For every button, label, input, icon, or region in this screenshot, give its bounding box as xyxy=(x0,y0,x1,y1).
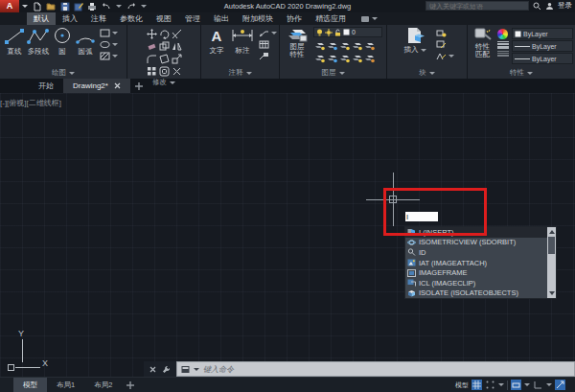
drawing-canvas[interactable]: [-][俯视][二维线框] I (INSERT) ISOMETRICVIEW (… xyxy=(0,93,575,377)
layers-panel-footer[interactable]: 图层 xyxy=(280,67,386,79)
scale-tool[interactable] xyxy=(171,53,183,65)
ellipse-tool[interactable] xyxy=(100,40,118,49)
ribbon-tab-annotate[interactable]: 注释 xyxy=(84,12,113,25)
autocomplete-item-id[interactable]: ID xyxy=(405,247,547,258)
layer-tool[interactable] xyxy=(351,39,363,52)
file-tab-drawing2[interactable]: Drawing2* xyxy=(63,79,130,93)
layer-tool[interactable] xyxy=(326,39,338,52)
layer-tool[interactable] xyxy=(363,39,376,52)
new-drawing-tab-button[interactable] xyxy=(132,79,146,93)
undo-chevron-icon[interactable] xyxy=(116,5,122,8)
stretch-tool[interactable] xyxy=(158,53,171,65)
ribbon-tab-collaborate[interactable]: 协作 xyxy=(280,12,309,25)
autocad-logo-icon[interactable]: A xyxy=(0,0,19,12)
ribbon-tab-featured-apps[interactable]: 精选应用 xyxy=(309,12,353,25)
annotation-panel-footer[interactable]: 注释 xyxy=(201,67,279,79)
layer-properties-button[interactable]: 图层 特性 xyxy=(283,27,311,67)
ribbon-tab-insert[interactable]: 插入 xyxy=(56,12,84,25)
insert-block-button[interactable]: 插入 xyxy=(401,27,429,67)
leader-tool[interactable] xyxy=(259,29,277,37)
ribbon-tab-view[interactable]: 视图 xyxy=(150,12,178,25)
layout-tab-layout2[interactable]: 布局2 xyxy=(84,378,122,392)
hatch-tool[interactable] xyxy=(100,52,118,60)
scroll-up-icon[interactable] xyxy=(549,230,555,234)
edit-attribute-tool[interactable] xyxy=(436,40,454,49)
help-search-input[interactable] xyxy=(426,1,529,11)
layout-tab-layout1[interactable]: 布局1 xyxy=(47,378,84,392)
plot-icon[interactable] xyxy=(87,2,97,12)
dimension-tool[interactable]: 标注 xyxy=(229,27,256,67)
match-properties-button[interactable]: 特性 匹配 xyxy=(471,27,494,67)
redo-icon[interactable] xyxy=(126,2,137,12)
text-tool[interactable]: A 文字 xyxy=(204,27,229,67)
line-tool[interactable]: 直线 xyxy=(3,27,26,67)
undo-icon[interactable] xyxy=(101,2,112,12)
ribbon-display-toggle[interactable] xyxy=(360,12,378,25)
mleader-style-tool[interactable] xyxy=(259,52,277,60)
lineweight-icon[interactable] xyxy=(497,41,509,49)
draw-panel-footer[interactable]: 绘图 xyxy=(0,67,126,79)
recent-commands-chevron-icon[interactable] xyxy=(194,368,199,371)
rotate-tool[interactable] xyxy=(158,28,171,40)
close-tab-icon[interactable] xyxy=(114,82,121,89)
grid-display-toggle[interactable] xyxy=(472,380,482,390)
copy-tool[interactable] xyxy=(158,40,171,53)
layer-tool[interactable] xyxy=(351,52,363,64)
user-icon[interactable] xyxy=(545,2,554,11)
define-attribute-tool[interactable] xyxy=(436,52,454,60)
object-color-dropdown[interactable]: ByLayer xyxy=(512,28,573,39)
layout-tab-model[interactable]: 模型 xyxy=(13,378,47,392)
app-menu-chevron-icon[interactable] xyxy=(22,5,28,8)
rectangle-tool[interactable] xyxy=(100,29,118,37)
autocomplete-scrollbar[interactable] xyxy=(547,227,556,298)
create-block-tool[interactable] xyxy=(436,29,454,37)
ortho-chevron-icon[interactable] xyxy=(546,383,552,386)
layer-tool[interactable] xyxy=(313,39,326,52)
ribbon-tab-parametric[interactable]: 参数化 xyxy=(113,12,150,25)
autocomplete-item-imageattach[interactable]: IAT (IMAGEATTACH) xyxy=(405,258,547,268)
dynamic-input-toggle[interactable] xyxy=(511,380,521,390)
command-input[interactable]: 键入命令 xyxy=(176,361,575,377)
qat-customize-chevron-icon[interactable] xyxy=(141,5,147,8)
save-as-icon[interactable] xyxy=(74,2,83,12)
lineweight-dropdown[interactable]: ByLayer xyxy=(512,40,573,52)
circle-tool[interactable]: 圆 xyxy=(51,27,74,67)
layer-tool[interactable] xyxy=(338,52,351,64)
offset-tool[interactable] xyxy=(158,65,171,78)
move-tool[interactable] xyxy=(146,28,158,40)
new-layout-button[interactable] xyxy=(124,378,137,392)
properties-panel-footer[interactable]: 特性 xyxy=(468,67,575,79)
new-file-icon[interactable] xyxy=(33,2,42,12)
close-command-icon[interactable] xyxy=(150,366,156,373)
layer-dropdown[interactable]: 0 xyxy=(313,27,382,37)
search-icon[interactable] xyxy=(533,2,541,11)
file-tab-start[interactable]: 开始 xyxy=(29,79,63,93)
ribbon-tab-addins[interactable]: 附加模块 xyxy=(236,12,280,25)
autocomplete-item-isometricview[interactable]: ISOMETRICVIEW (SDORBIT) xyxy=(405,238,547,248)
autocomplete-item-imageclip[interactable]: ICL (IMAGECLIP) xyxy=(405,278,547,288)
open-file-icon[interactable] xyxy=(46,2,57,12)
layer-tool[interactable] xyxy=(338,39,351,52)
snap-mode-toggle[interactable] xyxy=(485,380,495,390)
scrollbar-thumb[interactable] xyxy=(548,237,555,254)
customize-wrench-icon[interactable] xyxy=(162,365,171,374)
block-panel-footer[interactable]: 块 xyxy=(387,67,467,79)
save-icon[interactable] xyxy=(60,2,70,12)
trim-tool[interactable] xyxy=(171,28,183,40)
ribbon-tab-output[interactable]: 输出 xyxy=(207,12,236,25)
array-tool[interactable] xyxy=(146,65,158,78)
fillet-tool[interactable] xyxy=(146,53,158,65)
ribbon-tab-home[interactable]: 默认 xyxy=(27,12,56,25)
sign-in-button[interactable]: 登录 xyxy=(558,1,572,11)
autocomplete-item-isolate[interactable]: ISOLATE (ISOLATEOBJECTS) xyxy=(405,288,547,298)
snap-chevron-icon[interactable] xyxy=(498,383,504,386)
ortho-toggle[interactable] xyxy=(533,380,543,390)
scroll-down-icon[interactable] xyxy=(549,291,555,295)
table-tool[interactable] xyxy=(259,40,277,49)
autocomplete-item-imageframe[interactable]: IMAGEFRAME xyxy=(405,267,547,278)
ribbon-tab-manage[interactable]: 管理 xyxy=(178,12,207,25)
polyline-tool[interactable]: 多段线 xyxy=(26,27,51,67)
linetype-dropdown[interactable]: ByLayer xyxy=(512,53,573,64)
layer-tool[interactable] xyxy=(326,52,338,64)
layer-tool[interactable] xyxy=(363,52,376,64)
